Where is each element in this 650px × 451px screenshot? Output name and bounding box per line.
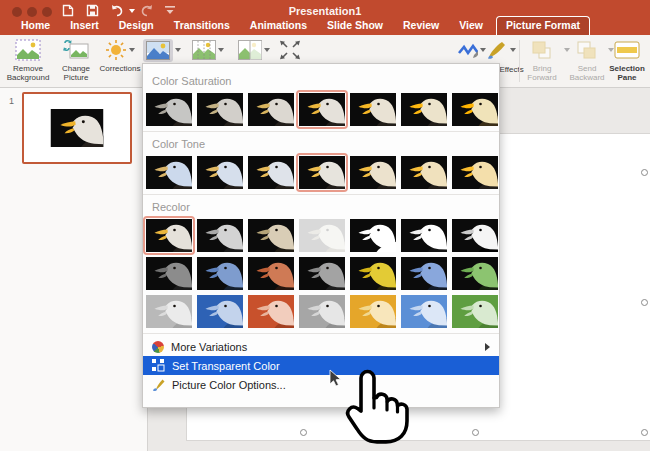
color-swatch[interactable] [248, 93, 294, 126]
color-swatch[interactable] [452, 219, 498, 252]
artistic-effects-icon [192, 40, 216, 60]
menu-item-picture-color-options[interactable]: Picture Color Options... [143, 375, 499, 394]
selection-pane-button[interactable]: Selection Pane [606, 38, 648, 82]
slide-thumbnail[interactable] [22, 92, 132, 164]
color-icon [146, 41, 170, 60]
tab-insert[interactable]: Insert [63, 16, 106, 35]
tab-picture-format[interactable]: Picture Format [496, 16, 590, 35]
send-backward-icon [576, 40, 598, 60]
resize-handle-bottom-left[interactable] [300, 429, 307, 436]
picture-color-options-icon [152, 378, 165, 391]
color-button[interactable] [142, 38, 182, 64]
picture-effects-button[interactable] [486, 38, 516, 64]
ribbon-tabs: HomeInsertDesignTransitionsAnimationsSli… [14, 19, 596, 35]
change-picture-button[interactable]: Change Picture [54, 38, 98, 82]
color-swatch[interactable] [350, 93, 396, 126]
color-dropdown-caret [175, 48, 181, 52]
menu-section-label: Color Tone [152, 138, 499, 150]
compress-pictures-button[interactable] [276, 38, 304, 64]
color-swatch[interactable] [248, 257, 294, 290]
color-swatch[interactable] [299, 257, 345, 290]
corrections-dropdown-caret [129, 48, 135, 52]
color-swatch[interactable] [452, 295, 498, 328]
color-swatch[interactable] [248, 156, 294, 189]
submenu-arrow-icon [485, 343, 490, 351]
color-swatch[interactable] [146, 257, 192, 290]
tab-slide-show[interactable]: Slide Show [320, 16, 390, 35]
menu-section: Recolor [143, 194, 499, 328]
color-swatch[interactable] [350, 156, 396, 189]
resize-handle-bottom-middle[interactable] [472, 429, 479, 436]
swatch-row [143, 295, 499, 328]
menu-item-label: More Variations [171, 341, 247, 353]
bring-forward-button[interactable]: Bring Forward [521, 38, 563, 82]
swatch-row [143, 156, 499, 189]
color-swatch[interactable] [197, 257, 243, 290]
menu-item-set-transparent-color[interactable]: Set Transparent Color [143, 356, 499, 375]
corrections-button[interactable]: Corrections [98, 38, 142, 73]
picture-effects-icon [486, 40, 508, 60]
color-swatch[interactable] [146, 93, 192, 126]
color-swatch[interactable] [197, 295, 243, 328]
remove-background-icon [15, 39, 41, 61]
color-swatch[interactable] [452, 156, 498, 189]
corrections-icon [105, 39, 127, 61]
menu-item-more-variations[interactable]: More Variations [143, 337, 499, 356]
tab-home[interactable]: Home [14, 16, 57, 35]
color-swatch[interactable] [299, 93, 345, 126]
resize-handle-top-right[interactable] [641, 169, 648, 176]
change-picture-icon [63, 39, 89, 61]
color-swatch[interactable] [350, 295, 396, 328]
color-swatch[interactable] [248, 295, 294, 328]
color-swatch[interactable] [401, 93, 447, 126]
color-swatch[interactable] [299, 219, 345, 252]
color-swatch[interactable] [452, 257, 498, 290]
resize-handle-bottom-right[interactable] [641, 429, 648, 436]
selection-pane-label: Selection Pane [606, 64, 648, 82]
tab-transitions[interactable]: Transitions [167, 16, 237, 35]
menu-item-label: Picture Color Options... [172, 379, 286, 391]
transparency-icon [238, 40, 262, 60]
color-swatch[interactable] [401, 295, 447, 328]
color-swatch[interactable] [401, 257, 447, 290]
color-wheel-icon [152, 341, 164, 353]
slide-thumbnail-image [50, 109, 104, 147]
remove-background-button[interactable]: Remove Background [4, 38, 52, 82]
send-backward-button[interactable]: Send Backward [566, 38, 608, 82]
color-swatch[interactable] [146, 295, 192, 328]
color-swatch[interactable] [197, 219, 243, 252]
color-swatch[interactable] [401, 156, 447, 189]
color-swatch[interactable] [197, 156, 243, 189]
picture-border-icon [458, 41, 478, 59]
send-backward-label: Send Backward [566, 64, 608, 82]
resize-handle-right-middle[interactable] [641, 299, 648, 306]
color-swatch[interactable] [197, 93, 243, 126]
transparent-color-icon [152, 359, 165, 372]
swatch-row [143, 93, 499, 126]
menu-section-label: Recolor [152, 201, 499, 213]
tab-animations[interactable]: Animations [243, 16, 314, 35]
tab-design[interactable]: Design [112, 16, 161, 35]
change-picture-label: Change Picture [54, 64, 98, 82]
color-swatch[interactable] [146, 156, 192, 189]
menu-section: Color Tone [143, 131, 499, 189]
color-swatch[interactable] [401, 219, 447, 252]
color-swatch[interactable] [146, 219, 192, 252]
menu-section-label: Color Saturation [152, 75, 499, 87]
transparency-dropdown-caret [264, 48, 270, 52]
transparency-button[interactable] [234, 38, 274, 64]
color-swatch[interactable] [350, 257, 396, 290]
color-swatch[interactable] [299, 156, 345, 189]
picture-border-button[interactable] [458, 38, 486, 64]
color-swatch[interactable] [299, 295, 345, 328]
tab-review[interactable]: Review [396, 16, 446, 35]
color-swatch[interactable] [350, 219, 396, 252]
picture-effects-dropdown-caret [510, 48, 516, 52]
menu-section: Color Saturation [143, 69, 499, 126]
artistic-effects-button[interactable] [188, 38, 228, 64]
color-swatch[interactable] [248, 219, 294, 252]
menu-item-label: Set Transparent Color [172, 360, 280, 372]
tab-view[interactable]: View [452, 16, 490, 35]
color-swatch[interactable] [452, 93, 498, 126]
swatch-row [143, 219, 499, 252]
